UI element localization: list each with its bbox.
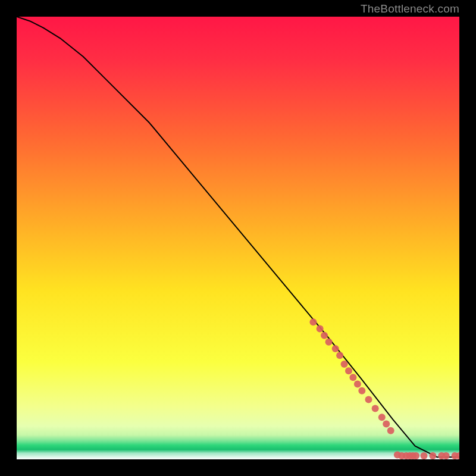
chart-plot-area bbox=[17, 17, 459, 459]
svg-point-0 bbox=[309, 318, 317, 325]
svg-point-14 bbox=[383, 420, 390, 427]
svg-point-8 bbox=[349, 374, 356, 381]
attribution-text: TheBottleneck.com bbox=[361, 2, 459, 15]
svg-point-10 bbox=[358, 387, 365, 394]
svg-point-5 bbox=[336, 352, 343, 359]
svg-point-22 bbox=[420, 452, 427, 459]
svg-point-2 bbox=[321, 332, 328, 339]
svg-point-7 bbox=[345, 367, 352, 374]
svg-point-23 bbox=[429, 452, 436, 459]
svg-point-6 bbox=[341, 361, 348, 368]
svg-point-3 bbox=[325, 339, 333, 346]
chart-background-gradient bbox=[17, 17, 459, 459]
svg-point-15 bbox=[387, 427, 394, 434]
svg-point-9 bbox=[354, 381, 361, 388]
svg-point-13 bbox=[378, 414, 386, 421]
svg-point-11 bbox=[365, 396, 372, 403]
svg-point-4 bbox=[332, 345, 339, 352]
svg-point-25 bbox=[443, 452, 450, 459]
svg-point-12 bbox=[372, 405, 379, 412]
svg-point-1 bbox=[317, 325, 324, 333]
svg-point-21 bbox=[412, 452, 419, 459]
